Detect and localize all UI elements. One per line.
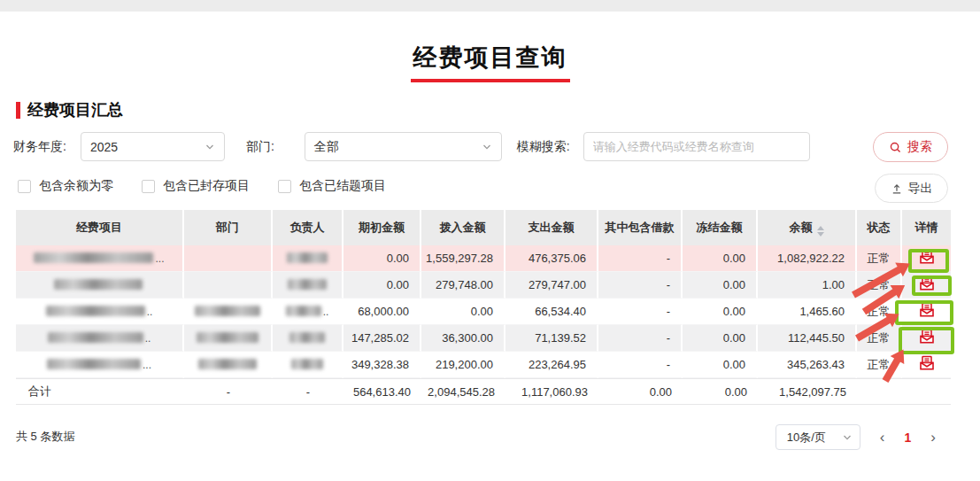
dept-cell bbox=[184, 325, 273, 352]
checkbox-include-archived[interactable]: 包含已封存项目 bbox=[142, 178, 250, 194]
page-size-select[interactable]: 10条/页 bbox=[776, 424, 860, 450]
redacted-text bbox=[288, 279, 327, 290]
department-value: 全部 bbox=[314, 139, 339, 155]
col-manager: 负责人 bbox=[273, 210, 343, 245]
total-detail-empty bbox=[902, 378, 951, 405]
balance-cell: 1,082,922.22 bbox=[758, 245, 857, 272]
total-count: 共 5 条数据 bbox=[16, 429, 74, 445]
section-accent-bar bbox=[16, 102, 20, 119]
annotation-green-box bbox=[912, 275, 952, 296]
frozen-cell: 0.00 bbox=[683, 352, 758, 378]
inflow-cell: 219,200.00 bbox=[421, 352, 505, 378]
col-detail: 详情 bbox=[902, 210, 951, 245]
total-expense: 1,117,060.93 bbox=[505, 378, 598, 405]
opening-cell: 349,328.38 bbox=[343, 352, 421, 378]
total-loan: 0.00 bbox=[598, 378, 683, 405]
checkbox-label: 包含余额为零 bbox=[39, 178, 113, 194]
funding-query-page: 经费项目查询 经费项目汇总 财务年度: 2025 部门: 全部 模糊搜索: 搜索… bbox=[0, 0, 980, 481]
redacted-text bbox=[198, 359, 257, 369]
export-button-label: 导出 bbox=[908, 181, 933, 197]
detail-icon[interactable] bbox=[918, 354, 936, 372]
prev-page-button[interactable]: ‹ bbox=[880, 430, 885, 445]
col-opening: 期初金额 bbox=[343, 210, 421, 245]
checkbox-label: 包含已封存项目 bbox=[163, 178, 250, 194]
table-row: ... 349,328.38 219,200.00 223,264.95 - 0… bbox=[16, 352, 951, 378]
checkbox-label: 包含已结题项目 bbox=[299, 178, 386, 194]
redacted-text bbox=[291, 359, 323, 369]
dept-cell bbox=[184, 299, 273, 325]
checkbox-box-icon[interactable] bbox=[278, 180, 291, 193]
project-cell bbox=[16, 272, 184, 299]
project-cell: .. bbox=[16, 325, 184, 352]
redacted-text bbox=[46, 306, 145, 316]
next-page-button[interactable]: › bbox=[930, 430, 936, 445]
sort-carets-icon[interactable] bbox=[817, 226, 824, 237]
chevron-down-icon bbox=[842, 432, 853, 443]
annotation-green-box bbox=[899, 327, 954, 354]
loan-cell: - bbox=[598, 299, 683, 325]
total-frozen: 0.00 bbox=[683, 378, 758, 405]
loan-cell: - bbox=[598, 272, 683, 299]
balance-cell: 1,465.60 bbox=[758, 299, 857, 325]
redacted-text bbox=[54, 279, 143, 290]
search-button[interactable]: 搜索 bbox=[873, 132, 948, 162]
table-row: .. 147,285.02 36,300.00 71,139.52 - 0.00… bbox=[16, 325, 951, 352]
total-dept: - bbox=[184, 378, 273, 405]
col-department: 部门 bbox=[184, 210, 273, 245]
checkbox-box-icon[interactable] bbox=[18, 180, 31, 193]
inflow-cell: 1,559,297.28 bbox=[421, 245, 505, 272]
fiscal-year-select[interactable]: 2025 bbox=[81, 132, 225, 161]
fuzzy-search-input[interactable] bbox=[583, 132, 810, 161]
department-select[interactable]: 全部 bbox=[305, 132, 502, 161]
col-status: 状态 bbox=[857, 210, 902, 245]
project-cell: ... bbox=[16, 245, 184, 272]
balance-cell: 345,263.43 bbox=[758, 352, 857, 378]
col-frozen: 冻结金额 bbox=[683, 210, 758, 245]
export-button[interactable]: 导出 bbox=[875, 174, 948, 203]
manager-cell: .. bbox=[273, 299, 343, 325]
table-row: 0.00 279,748.00 279,747.00 - 0.00 1.00 正… bbox=[16, 272, 951, 299]
fuzzy-search-label: 模糊搜索: bbox=[517, 139, 570, 155]
col-balance-sortable[interactable]: 余额 bbox=[758, 210, 857, 245]
redacted-text bbox=[48, 332, 143, 343]
opening-cell: 0.00 bbox=[343, 272, 421, 299]
dept-cell bbox=[184, 245, 273, 272]
redacted-text bbox=[287, 252, 328, 263]
annotation-green-box bbox=[908, 249, 949, 273]
loan-cell: - bbox=[598, 352, 683, 378]
inflow-cell: 36,300.00 bbox=[421, 325, 505, 352]
inflow-cell: 0.00 bbox=[421, 299, 505, 325]
page-title: 经费项目查询 bbox=[0, 42, 980, 74]
total-balance: 1,542,097.75 bbox=[758, 378, 857, 405]
table-total-row: 合计 - - 564,613.40 2,094,545.28 1,117,060… bbox=[16, 378, 951, 405]
funding-table: 经费项目 部门 负责人 期初金额 拨入金额 支出金额 其中包含借款 冻结金额 余… bbox=[16, 210, 951, 405]
checkbox-box-icon[interactable] bbox=[142, 180, 155, 193]
checkbox-include-zero-balance[interactable]: 包含余额为零 bbox=[18, 178, 113, 194]
fiscal-year-label: 财务年度: bbox=[13, 139, 66, 155]
balance-cell: 1.00 bbox=[758, 272, 857, 299]
manager-cell bbox=[273, 245, 343, 272]
table-header-row: 经费项目 部门 负责人 期初金额 拨入金额 支出金额 其中包含借款 冻结金额 余… bbox=[16, 210, 951, 245]
dept-cell bbox=[184, 352, 273, 378]
checkbox-include-concluded[interactable]: 包含已结题项目 bbox=[278, 178, 386, 194]
col-inflow: 拨入金额 bbox=[421, 210, 505, 245]
page-number[interactable]: 1 bbox=[905, 431, 912, 445]
redacted-text bbox=[34, 252, 153, 263]
frozen-cell: 0.00 bbox=[683, 245, 758, 272]
frozen-cell: 0.00 bbox=[683, 272, 758, 299]
opening-cell: 0.00 bbox=[343, 245, 421, 272]
manager-cell bbox=[273, 272, 343, 299]
redacted-text bbox=[195, 306, 260, 316]
loan-cell: - bbox=[598, 245, 683, 272]
redacted-text bbox=[286, 306, 321, 316]
section-title: 经费项目汇总 bbox=[27, 99, 123, 120]
redacted-text bbox=[197, 332, 259, 343]
col-loan: 其中包含借款 bbox=[598, 210, 683, 245]
title-underline bbox=[411, 79, 570, 82]
total-inflow: 2,094,545.28 bbox=[421, 378, 505, 405]
upload-icon bbox=[891, 182, 903, 195]
dept-cell bbox=[184, 272, 273, 299]
page-size-value: 10条/页 bbox=[787, 430, 826, 446]
search-button-label: 搜索 bbox=[907, 139, 932, 155]
total-status-empty bbox=[857, 378, 902, 405]
